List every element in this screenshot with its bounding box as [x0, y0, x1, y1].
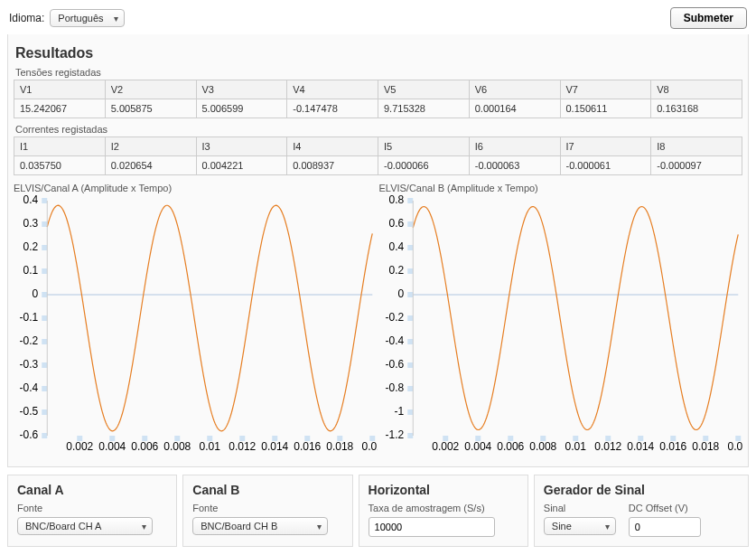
svg-text:0.004: 0.004	[464, 440, 491, 453]
signal-type-select[interactable]: Sine	[544, 517, 616, 535]
svg-text:-0.1: -0.1	[20, 311, 39, 324]
svg-text:0.002: 0.002	[432, 440, 459, 453]
svg-rect-10	[42, 315, 47, 321]
svg-text:0.014: 0.014	[627, 440, 654, 453]
svg-rect-50	[407, 362, 413, 368]
sample-rate-label: Taxa de amostragem (S/s)	[369, 503, 518, 513]
svg-rect-6	[42, 362, 47, 368]
canal-a-panel: Canal A Fonte BNC/Board CH A	[7, 475, 177, 547]
svg-text:-0.4: -0.4	[20, 381, 39, 394]
svg-rect-16	[42, 245, 47, 250]
svg-text:-0.6: -0.6	[385, 358, 404, 371]
svg-text:-0.2: -0.2	[20, 334, 39, 347]
svg-text:0.4: 0.4	[23, 195, 39, 206]
svg-text:0.016: 0.016	[294, 440, 321, 453]
table-header: V5	[378, 80, 470, 99]
voltages-table: V1V2V3V4V5V6V7V8 15.2420675.0058755.0065…	[14, 80, 742, 118]
svg-text:0.004: 0.004	[98, 440, 126, 453]
table-cell: -0.147478	[287, 99, 378, 118]
svg-text:0.014: 0.014	[261, 440, 288, 453]
voltages-subtitle: Tensões registadas	[15, 67, 742, 78]
table-cell: -0.000061	[560, 156, 651, 175]
svg-rect-52	[407, 339, 413, 344]
svg-rect-44	[407, 433, 413, 438]
svg-text:0.3: 0.3	[23, 217, 39, 230]
svg-rect-8	[42, 339, 47, 344]
sample-rate-input[interactable]	[369, 517, 495, 537]
svg-text:0.01: 0.01	[200, 440, 221, 453]
svg-rect-62	[407, 221, 413, 227]
svg-text:-0.8: -0.8	[385, 381, 404, 394]
canal-b-source-select[interactable]: BNC/Board CH B	[192, 517, 328, 535]
table-cell: 0.020654	[105, 156, 196, 175]
table-header: V3	[196, 80, 287, 99]
table-header: I4	[287, 137, 378, 156]
canal-a-source-value: BNC/Board CH A	[25, 521, 101, 531]
canal-b-title: Canal B	[192, 483, 342, 497]
dc-offset-input[interactable]	[629, 517, 701, 537]
svg-text:0.008: 0.008	[163, 440, 191, 453]
language-select-value: Português	[58, 13, 103, 24]
svg-rect-14	[42, 268, 47, 274]
table-header: I3	[196, 137, 287, 156]
svg-text:-1: -1	[394, 405, 404, 418]
svg-text:0.018: 0.018	[692, 440, 719, 453]
chart-b-title: ELVIS/Canal B (Amplitude x Tempo)	[379, 183, 743, 193]
table-cell: 0.035750	[14, 156, 106, 175]
table-header: V4	[287, 80, 378, 99]
horizontal-panel: Horizontal Taxa de amostragem (S/s)	[359, 475, 528, 547]
table-cell: -0.000097	[651, 156, 742, 175]
svg-text:0.01: 0.01	[565, 440, 586, 453]
svg-rect-20	[42, 198, 47, 203]
table-cell: 9.715328	[378, 99, 470, 118]
svg-text:0.006: 0.006	[497, 440, 524, 453]
svg-text:-0.2: -0.2	[385, 311, 404, 324]
svg-rect-0	[42, 433, 47, 438]
svg-text:0.1: 0.1	[23, 264, 39, 277]
svg-text:0.012: 0.012	[229, 440, 256, 453]
table-header: I8	[651, 137, 742, 156]
table-cell: 0.000164	[469, 99, 560, 118]
svg-rect-18	[42, 221, 47, 227]
svg-rect-2	[42, 409, 47, 415]
table-cell: 0.150611	[560, 99, 651, 118]
signal-type-value: Sine	[552, 521, 572, 531]
submit-button[interactable]: Submeter	[670, 7, 747, 29]
canal-b-source-value: BNC/Board CH B	[201, 521, 277, 531]
chart-canal-a: -0.6-0.5-0.4-0.3-0.2-0.100.10.20.30.40.0…	[14, 195, 378, 457]
table-header: I1	[14, 137, 106, 156]
svg-text:-1.2: -1.2	[385, 428, 404, 441]
chart-canal-b: -1.2-1-0.8-0.6-0.4-0.200.20.40.60.80.002…	[379, 195, 743, 457]
table-cell: 5.006599	[196, 99, 287, 118]
currents-subtitle: Correntes registadas	[15, 124, 742, 135]
language-label: Idioma:	[9, 12, 44, 24]
svg-rect-64	[407, 198, 413, 203]
svg-text:0.008: 0.008	[529, 440, 556, 453]
dc-offset-label: DC Offset (V)	[629, 503, 701, 513]
svg-text:-0.4: -0.4	[385, 334, 404, 347]
chart-a-title: ELVIS/Canal A (Amplitude x Tempo)	[14, 183, 378, 193]
svg-text:0.018: 0.018	[326, 440, 353, 453]
table-header: I2	[105, 137, 196, 156]
table-header: V1	[14, 80, 106, 99]
svg-text:0.6: 0.6	[388, 217, 404, 230]
results-title: Resultados	[15, 45, 742, 61]
svg-text:0.002: 0.002	[66, 440, 93, 453]
svg-text:0.02: 0.02	[362, 440, 378, 453]
svg-rect-56	[407, 292, 413, 297]
svg-text:0.012: 0.012	[594, 440, 621, 453]
svg-text:-0.6: -0.6	[20, 428, 39, 441]
svg-text:0.2: 0.2	[388, 264, 404, 277]
table-cell: 0.004221	[196, 156, 287, 175]
svg-text:0.016: 0.016	[659, 440, 686, 453]
canal-a-source-select[interactable]: BNC/Board CH A	[17, 517, 153, 535]
table-header: I7	[560, 137, 651, 156]
svg-rect-54	[407, 315, 413, 321]
svg-text:0.02: 0.02	[727, 440, 742, 453]
svg-text:0.8: 0.8	[388, 195, 404, 206]
table-header: I5	[378, 137, 470, 156]
table-header: V6	[469, 80, 560, 99]
language-select[interactable]: Português	[50, 9, 124, 27]
canal-a-title: Canal A	[17, 483, 167, 497]
table-cell: 5.005875	[105, 99, 196, 118]
